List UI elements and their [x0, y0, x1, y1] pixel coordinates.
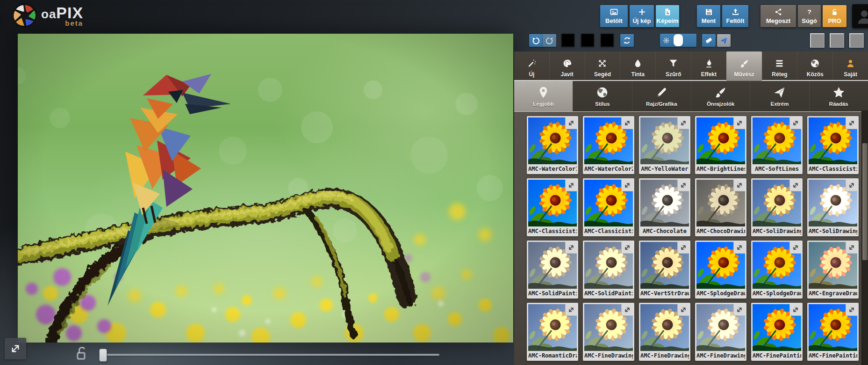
- toolbar-button-ujkep[interactable]: Új kép: [630, 5, 654, 27]
- tab-szuro[interactable]: Szűrő: [655, 51, 691, 80]
- eraser-button[interactable]: [702, 34, 716, 47]
- filter-thumbnail[interactable]: [640, 242, 689, 289]
- toolbar-button-kepeim[interactable]: Képeim: [656, 5, 679, 27]
- filter-thumbnail[interactable]: [640, 180, 689, 226]
- tab-muvesz[interactable]: Művész: [726, 51, 762, 81]
- brush-size-control[interactable]: [660, 34, 696, 47]
- expand-icon[interactable]: [733, 242, 745, 254]
- filter-thumbnail[interactable]: [584, 242, 633, 289]
- filter-card[interactable]: AMC-YelloWater: [639, 116, 690, 174]
- filter-card[interactable]: AMC-SoftLines: [751, 116, 803, 174]
- zoom-slider-track[interactable]: [99, 354, 439, 356]
- filter-card[interactable]: AMC-RomanticDrawing: [527, 303, 578, 361]
- filter-card[interactable]: AMC-Classicistic2: [527, 178, 578, 236]
- toolbar-button-sugo[interactable]: ?Súgó: [798, 5, 821, 27]
- expand-icon[interactable]: [789, 304, 801, 316]
- preview-slot-3[interactable]: [849, 33, 864, 48]
- filter-thumbnail[interactable]: [696, 304, 745, 351]
- expand-icon[interactable]: [621, 117, 633, 129]
- filter-thumbnail[interactable]: [696, 242, 745, 289]
- tab-uj[interactable]: Új: [514, 51, 549, 80]
- filter-card[interactable]: AMC-SolidPainting1: [527, 241, 578, 299]
- subtab-legjobb[interactable]: Legjobb: [514, 81, 573, 111]
- filter-thumbnail[interactable]: [809, 117, 857, 164]
- editor-canvas[interactable]: [18, 34, 513, 343]
- preview-slot-1[interactable]: [810, 33, 825, 48]
- filter-thumbnail[interactable]: [696, 180, 745, 226]
- expand-icon[interactable]: [846, 304, 857, 316]
- filter-thumbnail[interactable]: [528, 180, 577, 226]
- filter-thumbnail[interactable]: [584, 180, 633, 226]
- filter-card[interactable]: AMC-Chocolate: [639, 178, 690, 236]
- tab-seged[interactable]: Segéd: [585, 51, 620, 80]
- user-avatar[interactable]: [852, 4, 868, 28]
- color-swatch-2[interactable]: [581, 34, 594, 47]
- filter-thumbnail[interactable]: [640, 117, 689, 164]
- filter-card[interactable]: AMC-SolidPainting2: [583, 241, 634, 299]
- filter-thumbnail[interactable]: [809, 304, 857, 351]
- filter-card[interactable]: AMC-WaterColor2: [583, 116, 634, 174]
- tab-sajat[interactable]: Saját: [832, 51, 868, 80]
- filter-thumbnail[interactable]: [753, 304, 801, 351]
- expand-icon[interactable]: [733, 304, 745, 316]
- filter-card[interactable]: AMC-SplodgeDrawing1: [695, 241, 746, 299]
- color-swatch-3[interactable]: [601, 34, 614, 47]
- expand-icon[interactable]: [677, 117, 689, 129]
- toolbar-button-ment[interactable]: Ment: [697, 5, 720, 27]
- subtab-raadas[interactable]: Ráadás: [809, 81, 868, 111]
- filter-thumbnail[interactable]: [753, 117, 801, 164]
- filter-card[interactable]: AMC-SoliDrawing1: [751, 178, 803, 236]
- expand-icon[interactable]: [846, 242, 857, 254]
- filter-card[interactable]: AMC-FineDrawing2: [639, 303, 690, 361]
- expand-icon[interactable]: [846, 180, 857, 191]
- tab-javit[interactable]: Javít: [549, 51, 585, 80]
- expand-icon[interactable]: [565, 117, 577, 129]
- filter-card[interactable]: AMC-FinePainting1: [751, 303, 803, 361]
- expand-icon[interactable]: [565, 180, 577, 191]
- filter-card[interactable]: AMC-SplodgeDrawing2: [751, 241, 803, 299]
- filter-thumbnail[interactable]: [753, 242, 801, 289]
- toolbar-button-betolt[interactable]: Betölt: [600, 5, 628, 27]
- filter-thumbnail[interactable]: [584, 304, 633, 351]
- toolbar-button-feltolt[interactable]: Feltölt: [722, 5, 748, 27]
- expand-icon[interactable]: [621, 304, 633, 316]
- expand-icon[interactable]: [733, 117, 745, 129]
- expand-icon[interactable]: [677, 180, 689, 191]
- expand-icon[interactable]: [621, 180, 633, 191]
- panel-scrollbar-thumb[interactable]: [862, 143, 868, 260]
- fullscreen-button[interactable]: [5, 338, 26, 359]
- filter-card[interactable]: AMC-WaterColor1: [527, 116, 578, 174]
- filter-thumbnail[interactable]: [640, 304, 689, 351]
- redo-button[interactable]: [543, 34, 556, 47]
- zoom-slider-handle[interactable]: [99, 349, 107, 362]
- filter-card[interactable]: AMC-BrightLines: [695, 116, 746, 174]
- filter-card[interactable]: AMC-FineDrawing1: [583, 303, 634, 361]
- tab-kozos[interactable]: Közös: [797, 51, 832, 80]
- filter-card[interactable]: AMC-SoliDrawing2: [807, 178, 859, 236]
- filter-thumbnail[interactable]: [584, 117, 633, 164]
- expand-icon[interactable]: [677, 242, 689, 254]
- preview-slot-2[interactable]: [830, 33, 844, 48]
- lock-toggle-button[interactable]: [75, 346, 89, 361]
- app-logo[interactable]: oaPIX beta: [12, 3, 83, 28]
- toolbar-button-megoszt[interactable]: Megoszt: [760, 5, 796, 27]
- expand-icon[interactable]: [789, 117, 801, 129]
- filter-thumbnail[interactable]: [696, 117, 745, 164]
- expand-icon[interactable]: [733, 180, 745, 191]
- filter-card[interactable]: AMC-Classicistic1: [807, 116, 859, 174]
- tab-tinta[interactable]: Tinta: [620, 51, 655, 80]
- filter-thumbnail[interactable]: [809, 180, 857, 226]
- filter-card[interactable]: AMC-FineDrawing3: [695, 303, 746, 361]
- subtab-rajz-grafika[interactable]: Rajz/Grafika: [632, 81, 691, 111]
- expand-icon[interactable]: [621, 242, 633, 254]
- filter-card[interactable]: AMC-EngraveDrawing: [807, 241, 859, 299]
- refresh-button[interactable]: [620, 34, 634, 47]
- color-swatch-1[interactable]: [561, 34, 574, 47]
- subtab-extrem[interactable]: Extrém: [750, 81, 809, 111]
- expand-icon[interactable]: [846, 117, 857, 129]
- pointer-button[interactable]: [717, 34, 731, 47]
- subtab-onrajzolok[interactable]: Önrajzolók: [691, 81, 750, 111]
- filter-card[interactable]: AMC-FinePainting2: [807, 303, 859, 361]
- expand-icon[interactable]: [677, 304, 689, 316]
- panel-scrollbar[interactable]: [861, 110, 868, 365]
